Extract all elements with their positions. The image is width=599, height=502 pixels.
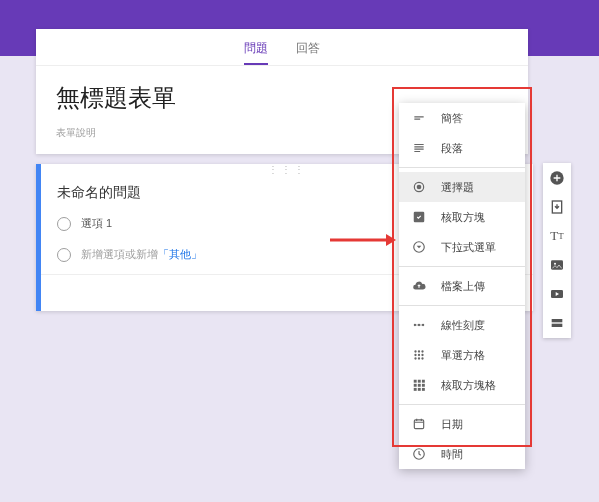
menu-separator: [399, 305, 525, 306]
add-video-button[interactable]: [548, 285, 566, 303]
svg-rect-20: [418, 384, 421, 387]
dropdown-icon: [411, 240, 427, 254]
menu-label: 選擇題: [441, 180, 474, 195]
svg-point-10: [414, 354, 416, 356]
svg-rect-23: [418, 388, 421, 391]
grid-icon: [411, 348, 427, 362]
linear-scale-icon: [411, 318, 427, 332]
option-label: 選項 1: [81, 216, 112, 231]
type-linear-scale[interactable]: 線性刻度: [399, 310, 525, 340]
type-time[interactable]: 時間: [399, 439, 525, 469]
add-title-button[interactable]: TT: [548, 227, 566, 245]
side-toolbar: TT: [543, 163, 571, 338]
short-answer-icon: [411, 111, 427, 125]
menu-separator: [399, 266, 525, 267]
svg-point-32: [554, 263, 556, 265]
svg-rect-35: [552, 324, 563, 327]
clock-icon: [411, 447, 427, 461]
svg-rect-21: [422, 384, 425, 387]
cloud-upload-icon: [411, 279, 427, 293]
calendar-icon: [411, 417, 427, 431]
add-image-button[interactable]: [548, 256, 566, 274]
add-option-text: 新增選項: [81, 247, 125, 262]
svg-rect-22: [414, 388, 417, 391]
add-section-button[interactable]: [548, 314, 566, 332]
add-question-button[interactable]: [548, 169, 566, 187]
add-other-link[interactable]: 「其他」: [158, 247, 202, 262]
type-short-answer[interactable]: 簡答: [399, 103, 525, 133]
type-date[interactable]: 日期: [399, 409, 525, 439]
add-other-prefix: 新增: [136, 247, 158, 262]
type-multiple-choice[interactable]: 選擇題: [399, 172, 525, 202]
svg-rect-18: [422, 380, 425, 383]
svg-point-9: [421, 350, 423, 352]
question-type-menu: 簡答 段落 選擇題 核取方塊 下拉式選單 檔案上傳 線性刻度 單選方格 核取方塊…: [399, 103, 525, 469]
svg-point-1: [417, 185, 422, 190]
checkbox-icon: [411, 210, 427, 224]
tabs-bar: 問題 回答: [36, 29, 528, 66]
grid-check-icon: [411, 378, 427, 392]
svg-point-13: [414, 357, 416, 359]
svg-point-12: [421, 354, 423, 356]
menu-label: 時間: [441, 447, 463, 462]
type-file-upload[interactable]: 檔案上傳: [399, 271, 525, 301]
type-paragraph[interactable]: 段落: [399, 133, 525, 163]
svg-rect-25: [414, 420, 423, 429]
radio-icon: [57, 217, 71, 231]
svg-rect-17: [418, 380, 421, 383]
type-dropdown[interactable]: 下拉式選單: [399, 232, 525, 262]
svg-rect-24: [422, 388, 425, 391]
paragraph-icon: [411, 141, 427, 155]
type-grid-radio[interactable]: 單選方格: [399, 340, 525, 370]
menu-label: 檔案上傳: [441, 279, 485, 294]
menu-separator: [399, 404, 525, 405]
svg-point-11: [418, 354, 420, 356]
svg-point-15: [421, 357, 423, 359]
svg-point-14: [418, 357, 420, 359]
tab-responses[interactable]: 回答: [296, 40, 320, 65]
import-questions-button[interactable]: [548, 198, 566, 216]
or-text: 或: [125, 247, 136, 262]
svg-rect-19: [414, 384, 417, 387]
radio-icon: [57, 248, 71, 262]
type-checkboxes[interactable]: 核取方塊: [399, 202, 525, 232]
svg-rect-34: [552, 319, 563, 322]
menu-label: 線性刻度: [441, 318, 485, 333]
type-grid-check[interactable]: 核取方塊格: [399, 370, 525, 400]
svg-point-7: [414, 350, 416, 352]
menu-label: 簡答: [441, 111, 463, 126]
menu-label: 單選方格: [441, 348, 485, 363]
menu-label: 日期: [441, 417, 463, 432]
tab-questions[interactable]: 問題: [244, 40, 268, 65]
radio-icon: [411, 180, 427, 194]
menu-label: 核取方塊格: [441, 378, 496, 393]
menu-label: 下拉式選單: [441, 240, 496, 255]
menu-label: 核取方塊: [441, 210, 485, 225]
menu-label: 段落: [441, 141, 463, 156]
svg-rect-16: [414, 380, 417, 383]
menu-separator: [399, 167, 525, 168]
svg-point-8: [418, 350, 420, 352]
